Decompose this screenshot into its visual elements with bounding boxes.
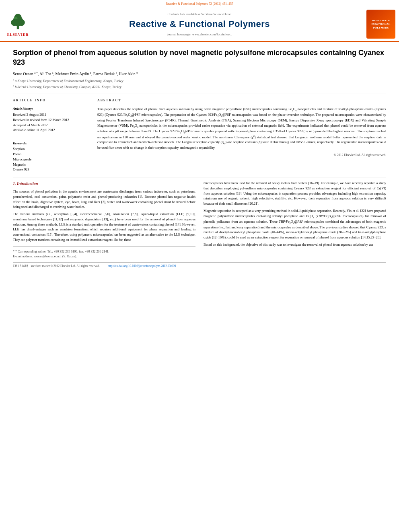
keyword-5: Cyanex 923 <box>13 167 89 172</box>
elsevier-logo-area: ELSEVIER <box>0 7 36 41</box>
badge-line1: REACTIVE & <box>372 19 390 23</box>
copyright-line: © 2012 Elsevier Ltd. All rights reserved… <box>97 153 386 157</box>
received-revised-date: Received in revised form 12 March 2012 <box>13 117 89 123</box>
intro-title: 1. Introduction <box>13 181 195 187</box>
abstract-text: This paper describes the sorption of phe… <box>97 107 386 150</box>
bottom-issn: 1381-5148/$ - see front matter © 2012 El… <box>13 264 100 269</box>
keyword-4: Magnetic <box>13 162 89 167</box>
footnote-corresponding: * * Corresponding author. Tel.: +90 332 … <box>13 249 195 254</box>
main-col-left: 1. Introduction The sources of phenol po… <box>13 181 195 259</box>
available-date: Available online 11 April 2012 <box>13 127 89 133</box>
authors-line: Senar Ozcan a,*, Ali Tor a, Mehmet Emin … <box>13 71 386 77</box>
keyword-1: Sorption <box>13 146 89 152</box>
keyword-3: Microcapsule <box>13 157 89 162</box>
journal-title-main: Reactive & Functional Polymers <box>129 18 270 31</box>
journal-badge: REACTIVE & FUNCTIONAL POLYMERS <box>366 10 395 39</box>
journal-header-right: REACTIVE & FUNCTIONAL POLYMERS <box>363 7 399 41</box>
article-title: Sorption of phenol from aqueous solution… <box>13 48 386 67</box>
article-body: Sorption of phenol from aqueous solution… <box>0 42 399 275</box>
svg-point-6 <box>14 17 18 19</box>
main-text-section: 1. Introduction The sources of phenol po… <box>13 177 386 259</box>
main-two-col: 1. Introduction The sources of phenol po… <box>13 181 386 259</box>
article-info-col: ARTICLE INFO Article history: Received 2… <box>13 98 89 172</box>
intro-para-1: The sources of phenol pollution in the a… <box>13 189 195 210</box>
intro-para-3: microcapsules have been used for the rem… <box>204 181 386 206</box>
affiliation-b: b b Selcuk University, Department of Che… <box>13 84 386 90</box>
accepted-date: Accepted 24 March 2012 <box>13 123 89 128</box>
abstract-col: ABSTRACT This paper describes the sorpti… <box>97 98 386 172</box>
article-info-heading: ARTICLE INFO <box>13 98 89 104</box>
journal-header-center: Contents lists available at SciVerse Sci… <box>36 7 363 41</box>
received-date: Received 2 August 2011 <box>13 112 89 117</box>
main-col-right: microcapsules have been used for the rem… <box>204 181 386 259</box>
affiliation-a: a a Konya University, Department of Envi… <box>13 78 386 84</box>
history-label: Article history: <box>13 107 89 111</box>
elsevier-tree-icon <box>7 11 29 31</box>
elsevier-logo: ELSEVIER <box>7 11 29 37</box>
divider-1 <box>13 94 386 94</box>
keyword-2: Phenol <box>13 152 89 157</box>
footnote-email: E-mail address: sozcan@konya.edu.tr (S. … <box>13 254 195 259</box>
badge-line2: FUNCTIONAL <box>371 23 390 26</box>
page: Reactive & Functional Polymers 72 (2012)… <box>0 0 399 532</box>
journal-homepage-line: journal homepage: www.elsevier.com/locat… <box>167 32 232 37</box>
journal-citation: Reactive & Functional Polymers 72 (2012)… <box>166 2 233 6</box>
elsevier-text: ELSEVIER <box>7 32 29 37</box>
journal-header: ELSEVIER Contents lists available at Sci… <box>0 7 399 42</box>
intro-para-2: The various methods (i.e., adsorption [3… <box>13 212 195 242</box>
article-history-block: Article history: Received 2 August 2011 … <box>13 107 89 133</box>
badge-line3: POLYMERS <box>373 26 389 30</box>
intro-para-5: Based on this background, the objective … <box>204 242 386 247</box>
bottom-strip: 1381-5148/$ - see front matter © 2012 El… <box>13 262 386 269</box>
abstract-heading: ABSTRACT <box>97 98 386 104</box>
journal-top-strip: Reactive & Functional Polymers 72 (2012)… <box>0 0 399 7</box>
bottom-doi: http://dx.doi.org/10.1016/j.reactfunctpo… <box>108 264 176 269</box>
footnote-area: * * Corresponding author. Tel.: +90 332 … <box>13 246 195 259</box>
article-info-abstract: ARTICLE INFO Article history: Received 2… <box>13 98 386 172</box>
keywords-label: Keywords: <box>13 141 89 146</box>
sciverse-line: Contents lists available at SciVerse Sci… <box>168 12 232 16</box>
intro-para-4: Magnetic separation is accepted as a ver… <box>204 208 386 240</box>
divider-keywords <box>13 137 89 137</box>
